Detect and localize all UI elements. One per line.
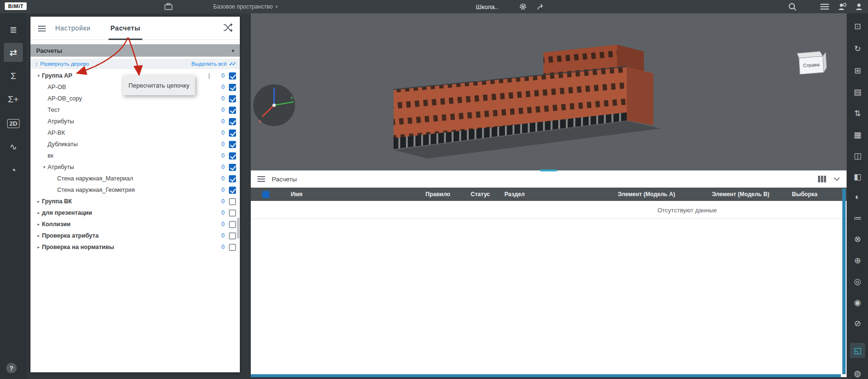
- tree-row[interactable]: ▸ Группа ВК 0: [30, 196, 240, 207]
- row-checkbox[interactable]: [229, 141, 236, 148]
- tree-row[interactable]: ▾ Атрибуты 0: [30, 161, 240, 173]
- chevron-right-icon[interactable]: ▸: [35, 245, 42, 249]
- user-history-icon[interactable]: [838, 0, 847, 13]
- chart-icon[interactable]: ∿: [4, 137, 23, 156]
- context-menu[interactable]: Пересчитать цепочку: [123, 75, 195, 95]
- shuffle-icon[interactable]: [223, 23, 233, 32]
- model-cube-icon[interactable]: ◱: [850, 343, 865, 358]
- gauge-icon[interactable]: ◔: [4, 161, 23, 180]
- orbit-icon[interactable]: ↻: [850, 41, 865, 56]
- collapse-panel-icon[interactable]: [38, 26, 46, 31]
- col-status[interactable]: Статус: [469, 191, 503, 198]
- row-checkbox[interactable]: [229, 107, 236, 114]
- row-checkbox[interactable]: [229, 164, 236, 171]
- materials-icon[interactable]: ▦: [850, 127, 865, 142]
- col-section[interactable]: Раздел: [503, 191, 616, 198]
- kebab-menu-icon[interactable]: ⋮: [206, 72, 212, 80]
- notebook-icon[interactable]: ▤: [850, 84, 865, 100]
- tree-row[interactable]: Стена наружная_Геометрия 0: [30, 184, 240, 196]
- sum-icon[interactable]: Σ: [4, 67, 23, 86]
- workspace-icon[interactable]: [164, 0, 173, 13]
- viewport-3d[interactable]: Справа Y X: [251, 13, 847, 170]
- compass-icon[interactable]: ⊕: [850, 253, 865, 268]
- model-tree-icon[interactable]: ≣: [4, 20, 23, 39]
- row-checkbox[interactable]: [229, 187, 236, 194]
- context-menu-item[interactable]: Пересчитать цепочку: [128, 82, 189, 89]
- row-checkbox[interactable]: [229, 232, 236, 239]
- panel-scrollbar[interactable]: [237, 218, 239, 239]
- 2d-icon[interactable]: 2D: [4, 114, 23, 133]
- hamburger-icon[interactable]: [257, 176, 265, 182]
- share-icon[interactable]: [537, 0, 545, 13]
- layers-icon[interactable]: ⊞: [850, 63, 865, 78]
- vertical-scrollbar[interactable]: [842, 189, 846, 374]
- row-checkbox[interactable]: [229, 118, 236, 125]
- section-title: Расчеты: [36, 47, 62, 54]
- tree-row[interactable]: АР-ВК 0: [30, 127, 240, 139]
- row-checkbox[interactable]: [229, 95, 236, 102]
- chevron-down-icon[interactable]: ▾: [35, 73, 42, 78]
- tree-row[interactable]: Дубликаты 0: [30, 139, 240, 150]
- panel-resize-handle[interactable]: [540, 170, 557, 171]
- user-icon[interactable]: [855, 0, 863, 13]
- collapse-chevron-icon[interactable]: [834, 177, 840, 181]
- chevron-right-icon[interactable]: ▸: [35, 222, 42, 227]
- col-rule[interactable]: Правило: [424, 191, 469, 198]
- target-icon[interactable]: ◎: [850, 274, 865, 289]
- row-checkbox[interactable]: [229, 130, 236, 137]
- results-table-header: Имя Правило Статус Раздел Элемент (Модел…: [251, 188, 847, 201]
- horizontal-scrollbar[interactable]: [251, 374, 841, 377]
- tree-row[interactable]: Атрибуты 0: [30, 116, 240, 127]
- chevron-right-icon[interactable]: ▸: [35, 210, 42, 215]
- tree-row[interactable]: Стена наружная_Материал 0: [30, 173, 240, 184]
- chevron-right-icon[interactable]: ▸: [35, 233, 42, 238]
- list-icon[interactable]: ≔: [850, 210, 865, 226]
- row-checkbox[interactable]: [229, 244, 236, 251]
- search-icon[interactable]: [788, 0, 797, 13]
- menu-list-icon[interactable]: [820, 0, 829, 13]
- tab-settings[interactable]: Настройки: [55, 17, 90, 40]
- contrast-icon[interactable]: ◐: [850, 190, 865, 205]
- sum-plus-icon[interactable]: Σ+: [4, 90, 23, 109]
- visibility-icon[interactable]: ◉: [850, 295, 865, 310]
- tree-row[interactable]: Тест 0: [30, 104, 240, 116]
- row-checkbox[interactable]: [229, 209, 236, 217]
- hide-icon[interactable]: ⊘: [850, 316, 865, 331]
- row-checkbox[interactable]: [229, 152, 236, 160]
- split-icon[interactable]: ◧: [850, 169, 865, 184]
- chevron-right-icon[interactable]: ▸: [35, 199, 42, 204]
- capture-icon[interactable]: ⊡: [850, 19, 865, 34]
- tree-actions-row: ↕ Развернуть дерево Выделить всё ✓✓: [30, 59, 240, 69]
- views-icon[interactable]: ◫: [850, 148, 865, 163]
- settings-gear-icon[interactable]: [519, 0, 527, 13]
- sort-icon[interactable]: ⇅: [850, 106, 865, 121]
- tree-row[interactable]: ▸ Проверка атрибута 0: [30, 230, 240, 241]
- row-checkbox[interactable]: [229, 198, 236, 205]
- tree-row[interactable]: ▸ для презентации 0: [30, 207, 240, 219]
- row-checkbox[interactable]: [229, 221, 236, 228]
- workspace-selector[interactable]: Базовое пространство ▾: [213, 0, 278, 13]
- sphere-icon[interactable]: ◍: [850, 366, 865, 379]
- axis-gizmo[interactable]: Y X: [251, 81, 298, 129]
- col-selection[interactable]: Выборка: [790, 191, 842, 198]
- expand-tree-link[interactable]: Развернуть дерево: [40, 61, 89, 67]
- tree-row[interactable]: ▸ Проверка на нормативы 0: [30, 241, 240, 253]
- section-cut-icon[interactable]: ⊗: [850, 231, 865, 247]
- col-name[interactable]: Имя: [289, 191, 424, 198]
- col-element-a[interactable]: Элемент (Модель A): [616, 191, 710, 198]
- columns-icon[interactable]: [818, 176, 826, 182]
- section-header[interactable]: Расчеты ▾: [30, 44, 240, 57]
- row-checkbox[interactable]: [229, 72, 236, 80]
- chevron-down-icon[interactable]: ▾: [41, 165, 48, 170]
- col-element-b[interactable]: Элемент (Модель B): [710, 191, 790, 198]
- row-checkbox[interactable]: [229, 84, 236, 91]
- tree-row[interactable]: вк 0: [30, 150, 240, 161]
- checks-icon[interactable]: ⇄: [4, 43, 23, 62]
- tree-row[interactable]: ▸ Коллизии 0: [30, 219, 240, 230]
- help-button[interactable]: ?: [6, 363, 17, 373]
- tab-calculations[interactable]: Расчеты: [110, 17, 140, 40]
- nav-cube[interactable]: Справа: [793, 50, 831, 78]
- select-all-checkbox[interactable]: [262, 191, 269, 198]
- row-checkbox[interactable]: [229, 175, 236, 182]
- select-all-link[interactable]: Выделить всё: [191, 61, 227, 67]
